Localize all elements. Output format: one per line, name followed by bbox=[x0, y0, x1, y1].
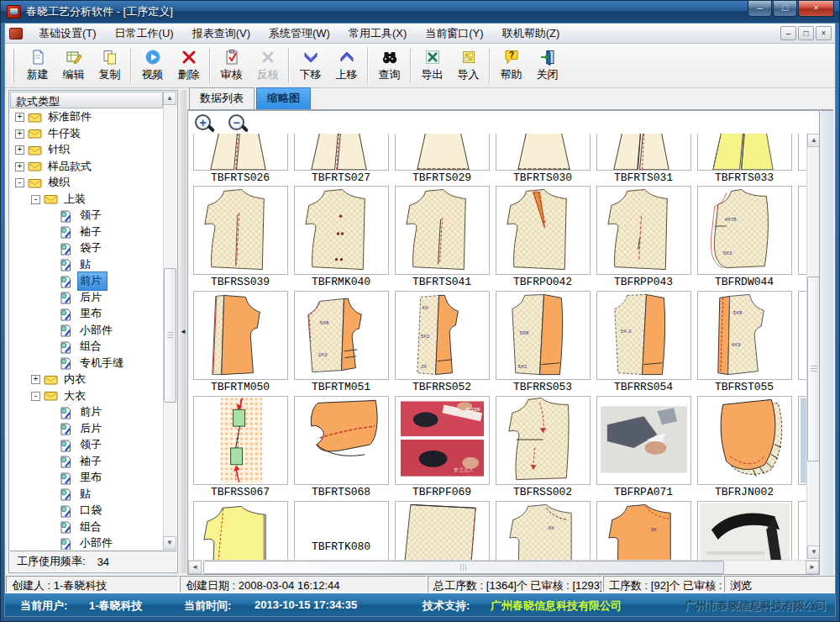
tree-item-贴[interactable]: 贴 bbox=[10, 257, 163, 274]
thumbnail-TBFRPO042[interactable]: TBFRPO042 bbox=[492, 186, 593, 291]
thumbnail-cell[interactable] bbox=[795, 396, 806, 501]
tree-item-前片[interactable]: 前片 bbox=[10, 404, 163, 421]
thumbnail-TBFRSS039[interactable]: TBFRSS039 bbox=[190, 186, 291, 291]
thumbnail-cell[interactable]: 6X bbox=[492, 501, 593, 564]
tree-item-袋子[interactable]: 袋子 bbox=[10, 240, 163, 257]
thumbnail-TBFRTS026[interactable]: TBFRTS026 bbox=[190, 134, 291, 186]
zoom-in-icon[interactable]: + bbox=[195, 114, 215, 134]
close-button[interactable]: × bbox=[798, 1, 834, 17]
toolbar-search-button[interactable]: 查询 bbox=[371, 46, 407, 85]
grid-vscroll-thumb[interactable] bbox=[807, 277, 820, 461]
thumbnail-cell[interactable] bbox=[391, 501, 492, 564]
menu-item[interactable]: 基础设置(T) bbox=[29, 24, 106, 44]
thumbnail-TBFRTS041[interactable]: TBFRTS041 bbox=[391, 186, 492, 291]
grid-scroll-left-icon[interactable]: ◄ bbox=[188, 561, 202, 574]
thumbnail-cell[interactable] bbox=[795, 501, 806, 564]
thumbnail-TBFRST055[interactable]: 5X84X3TBFRST055 bbox=[694, 291, 795, 396]
menu-item[interactable]: 联机帮助(Z) bbox=[493, 24, 570, 44]
thumbnail-TBFRTS030[interactable]: TBFRTS030 bbox=[492, 134, 593, 186]
tree-scroll-thumb[interactable] bbox=[164, 268, 176, 403]
toolbar-copy-button[interactable]: 复制 bbox=[92, 46, 128, 85]
grid-scroll-up-icon[interactable]: ▲ bbox=[807, 134, 820, 147]
thumbnail-TBFRRS052[interactable]: 6X5X22XTBFRRS052 bbox=[391, 291, 492, 396]
tree-item-上装[interactable]: -上装 bbox=[10, 192, 163, 208]
tree-item-里布[interactable]: 里布 bbox=[10, 470, 163, 487]
expand-icon[interactable]: + bbox=[31, 375, 40, 384]
thumbnail-TBFRMK040[interactable]: TBFRMK040 bbox=[291, 186, 391, 291]
thumbnail-TBFRPP043[interactable]: TBFRPP043 bbox=[593, 186, 694, 291]
tree-item-大衣[interactable]: -大衣 bbox=[10, 388, 163, 405]
thumbnail-TBFRRS054[interactable]: 5X-3TBFRRS054 bbox=[593, 291, 694, 396]
thumbnail-TBFRPA071[interactable]: TBFRPA071 bbox=[593, 396, 694, 501]
toolbar-new-document-button[interactable]: 新建 bbox=[19, 46, 55, 85]
tree-item-样品款式[interactable]: +样品款式 bbox=[10, 159, 163, 176]
toolbar-delete-button[interactable]: 删除 bbox=[171, 46, 207, 85]
tree-item-领子[interactable]: 领子 bbox=[10, 208, 163, 224]
tree-item-牛仔装[interactable]: +牛仔装 bbox=[10, 126, 163, 143]
tree-item-内衣[interactable]: +内衣 bbox=[10, 372, 163, 388]
tree-item-领子[interactable]: 领子 bbox=[10, 437, 163, 454]
thumbnail-TBFRTS027[interactable]: TBFRTS027 bbox=[291, 134, 391, 186]
tab-数据列表[interactable]: 数据列表 bbox=[189, 87, 255, 109]
thumbnail-TBFRDW044[interactable]: 4X785X3TBFRDW044 bbox=[694, 186, 795, 291]
thumbnail-TBFRTS033[interactable]: TBFRTS033 bbox=[694, 134, 795, 186]
thumbnail-TBFRRS053[interactable]: 5X85X2TBFRRS053 bbox=[492, 291, 593, 396]
tree-scroll-up-icon[interactable]: ▲ bbox=[163, 92, 176, 105]
thumbnail-TBFRTS068[interactable]: TBFRTS068 bbox=[291, 396, 391, 501]
thumbnail-cell[interactable] bbox=[795, 186, 806, 291]
thumbnail-cell[interactable]: 3X bbox=[593, 501, 694, 564]
tree-item-标准部件[interactable]: +标准部件 bbox=[10, 109, 163, 126]
thumbnail-TBFRTM051[interactable]: 5X82X3TBFRTM051 bbox=[291, 291, 391, 396]
thumbnail-cell[interactable] bbox=[795, 134, 806, 186]
tab-缩略图[interactable]: 缩略图 bbox=[256, 87, 311, 109]
tree-item-前片[interactable]: 前片 bbox=[10, 273, 163, 290]
maximize-button[interactable]: □ bbox=[773, 1, 797, 17]
menu-item[interactable]: 系统管理(W) bbox=[260, 24, 339, 44]
grid-scroll-right-icon[interactable]: ► bbox=[806, 561, 819, 574]
grid-horizontal-scrollbar[interactable]: ◄ ► bbox=[188, 560, 819, 574]
thumbnail-TBFRTS029[interactable]: TBFRTS029 bbox=[391, 134, 492, 186]
menu-item[interactable]: 报表查询(V) bbox=[183, 24, 260, 44]
collapse-icon[interactable]: - bbox=[31, 392, 40, 401]
toolbar-import-button[interactable]: 导入 bbox=[450, 46, 486, 85]
expand-icon[interactable]: + bbox=[15, 162, 24, 171]
toolbar-exit-button[interactable]: 关闭 bbox=[529, 46, 565, 85]
grid-scroll-down-icon[interactable]: ▼ bbox=[807, 546, 820, 559]
thumbnail-cell[interactable] bbox=[190, 501, 291, 564]
toolbar-move-up-button[interactable]: 上移 bbox=[328, 46, 365, 85]
mdi-close-button[interactable]: × bbox=[816, 26, 832, 40]
tree-item-后片[interactable]: 后片 bbox=[10, 290, 163, 307]
tree-scrollbar[interactable]: ▲ ▼ bbox=[163, 92, 176, 550]
panel-splitter[interactable]: ◄ bbox=[180, 90, 186, 573]
thumbnail-cell[interactable] bbox=[694, 501, 795, 564]
collapse-icon[interactable]: - bbox=[31, 195, 40, 204]
mdi-restore-button[interactable]: □ bbox=[798, 26, 814, 40]
tree-item-袖子[interactable]: 袖子 bbox=[10, 224, 163, 241]
toolbar-help-button[interactable]: ?帮助 bbox=[493, 46, 529, 85]
minimize-button[interactable]: – bbox=[748, 1, 772, 17]
grid-hscroll-thumb[interactable] bbox=[203, 561, 724, 574]
mdi-minimize-button[interactable]: – bbox=[780, 26, 796, 40]
expand-icon[interactable]: + bbox=[15, 145, 24, 155]
menu-item[interactable]: 当前窗口(Y) bbox=[416, 24, 492, 44]
thumbnail-TBFRJN002[interactable]: TBFRJN002 bbox=[694, 396, 795, 501]
toolbar-edit-button[interactable]: 编辑 bbox=[55, 46, 92, 85]
tree-item-梭织[interactable]: -梭织 bbox=[10, 175, 163, 192]
thumbnail-TBFRTK080[interactable]: TBFRTK080TBFRTK080 bbox=[291, 501, 391, 564]
toolbar-approve-button[interactable]: 审核 bbox=[213, 46, 249, 85]
collapse-icon[interactable]: - bbox=[15, 178, 24, 187]
thumbnail-TBFRSS002[interactable]: TBFRSS002 bbox=[492, 396, 593, 501]
toolbar-video-button[interactable]: 视频 bbox=[134, 46, 171, 85]
tree-item-组合[interactable]: 组合 bbox=[10, 519, 163, 536]
zoom-out-icon[interactable]: − bbox=[228, 114, 249, 134]
expand-icon[interactable]: + bbox=[15, 129, 24, 139]
tree-item-针织[interactable]: +针织 bbox=[10, 142, 163, 159]
tree-item-里布[interactable]: 里布 bbox=[10, 306, 163, 323]
tree-item-后片[interactable]: 后片 bbox=[10, 421, 163, 438]
thumbnail-TBFRPF069[interactable]: 6015R梦之恋人TBFRPF069 bbox=[391, 396, 492, 501]
tree-item-小部件[interactable]: 小部件 bbox=[10, 323, 163, 340]
thumbnail-TBFRTM050[interactable]: TBFRTM050 bbox=[190, 291, 291, 396]
thumbnail-TBFRTS031[interactable]: TBFRTS031 bbox=[593, 134, 694, 186]
toolbar-export-button[interactable]: 导出 bbox=[414, 46, 450, 85]
tree-item-组合[interactable]: 组合 bbox=[10, 339, 163, 356]
